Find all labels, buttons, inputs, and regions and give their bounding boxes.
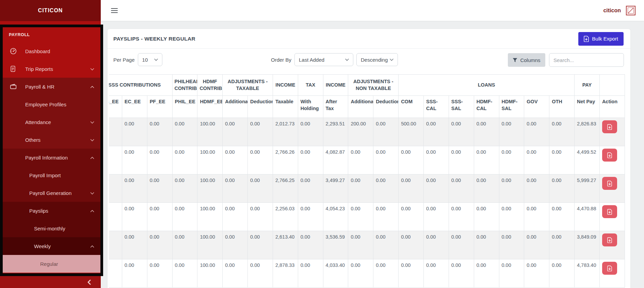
table-cell: 0.00 [109,118,122,146]
sidebar-item-attendance[interactable]: Attendance [3,113,100,131]
user-name[interactable]: citicon [603,7,621,14]
table-cell: 0.00 [524,203,549,231]
avatar[interactable] [626,5,636,16]
table-cell: 0.00 [524,146,549,175]
table-cell: 0.00 [499,231,524,259]
table-cell: 4,470.88 [575,203,600,231]
sort-direction-select[interactable]: Descending [356,53,398,66]
columns-button[interactable]: Columns [508,53,545,67]
sidebar-header: CITICON [0,0,101,21]
action-cell [599,203,625,231]
page-title: PAYSLIPS - WEEKLY REGULAR [113,36,195,42]
table-cell: 0.00 [399,231,424,259]
table-cell: 0.00 [348,203,373,231]
row-export-button[interactable] [602,262,617,275]
table-cell: 0.00 [549,146,575,175]
table-cell: 0.00 [449,118,474,146]
sidebar-item-employee-profiles[interactable]: Employee Profiles [3,95,100,113]
table-column-header: Net Pay [575,96,600,118]
table-cell: 0.00 [298,231,323,259]
table-cell: 0.00 [373,118,399,146]
file-download-icon [607,209,612,215]
row-export-button[interactable] [602,205,617,218]
sidebar-item-others[interactable]: Others [3,131,100,149]
payslips-table-container: SSS CONTRIBUTIONSPHILHEALTH CONTRIBUTION… [109,74,625,288]
table-cell: 0.00 [109,175,122,203]
table-row: 0.000.000.000.00100.000.000.002,012.730.… [109,118,625,146]
file-download-icon [607,152,612,158]
table-column-header: Taxable [273,96,298,118]
sidebar-item-payslips[interactable]: Payslips [3,202,100,219]
table-cell: 0.00 [373,146,399,175]
search-input[interactable] [549,53,624,67]
bulk-export-button[interactable]: Bulk Export [578,32,624,46]
row-export-button[interactable] [602,149,617,162]
sidebar-item-payroll-generation[interactable]: Payroll Generation [3,184,100,202]
table-column-header: PHIL_EE [172,96,197,118]
sidebar-item-label: Payroll Information [25,155,68,161]
table-cell: 0.00 [549,175,575,203]
sidebar-item-trip-reports[interactable]: Trip Reports [3,60,100,78]
hamburger-menu-icon[interactable] [111,8,118,13]
table-group-header [599,75,625,96]
table-cell: 0.00 [298,118,323,146]
table-column-header: SSS-SAL [449,96,474,118]
per-page-label: Per Page [113,57,135,63]
table-cell: 2,826.83 [575,118,600,146]
table-cell: 0.00 [474,231,499,259]
table-column-header: Deductions [248,96,273,118]
chevron-up-icon [90,84,94,90]
table-controls: Per Page 10 Order By Last Added [108,49,630,71]
table-cell: 0.00 [172,118,197,146]
page-content: PAYSLIPS - WEEKLY REGULAR Bulk Export Pe… [101,21,644,288]
table-cell: 0.00 [524,231,549,259]
table-column-header: SSS_EE [109,96,122,118]
action-cell [599,231,625,259]
navbar-right: citicon [603,5,636,16]
order-by-value: Last Added [299,57,324,63]
table-group-header: LOANS [399,75,575,96]
chevron-down-icon [90,119,94,125]
sidebar-section-label: PAYROLL [3,27,100,42]
table-cell: 0.00 [399,259,424,288]
table-cell: 0.00 [172,259,197,288]
table-cell: 0.00 [248,118,273,146]
table-cell: 0.00 [524,175,549,203]
broken-image-icon [626,5,636,16]
table-group-header: PHILHEALTH CONTRIBUTIONS [172,75,197,96]
table-cell: 0.00 [248,231,273,259]
table-cell: 2,613.40 [273,231,298,259]
per-page-select[interactable]: 10 [138,53,162,66]
columns-label: Columns [520,57,540,63]
order-by-select[interactable]: Last Added [294,53,353,66]
table-row: 0.000.000.000.00100.000.000.002,613.400.… [109,231,625,259]
sidebar-item-weekly[interactable]: Weekly [3,237,100,255]
table-cell: 0.00 [449,231,474,259]
sidebar-collapse-button[interactable] [0,276,101,288]
table-cell: 0.00 [248,175,273,203]
sidebar-item-payroll-import[interactable]: Payroll Import [3,166,100,184]
row-export-button[interactable] [602,177,617,190]
table-cell: 0.00 [449,203,474,231]
sidebar-item-dashboard[interactable]: Dashboard [3,42,100,60]
table-cell: 0.00 [549,231,575,259]
table-group-header: PAY [575,75,600,96]
table-cell: 0.00 [348,146,373,175]
table-column-header: Additionals [348,96,373,118]
sidebar-item-label: Trip Reports [25,66,53,72]
table-cell: 0.00 [147,175,172,203]
sidebar-item-semi-monthly[interactable]: Semi-monthly [3,219,100,237]
sidebar-item-label: Attendance [25,119,51,125]
table-cell: 100.00 [197,175,223,203]
table-cell: 0.00 [499,203,524,231]
table-column-header: OTH [549,96,575,118]
sidebar-item-payroll-hr[interactable]: Payroll & HR [3,78,100,95]
sidebar-item-regular[interactable]: Regular [3,255,100,273]
row-export-button[interactable] [602,120,617,133]
table-cell: 0.00 [474,259,499,288]
action-cell [599,175,625,203]
sidebar-item-label: Payroll & HR [25,84,54,90]
sidebar-item-payroll-information[interactable]: Payroll Information [3,149,100,166]
row-export-button[interactable] [602,233,617,246]
table-column-header: HDMF-CAL [474,96,499,118]
